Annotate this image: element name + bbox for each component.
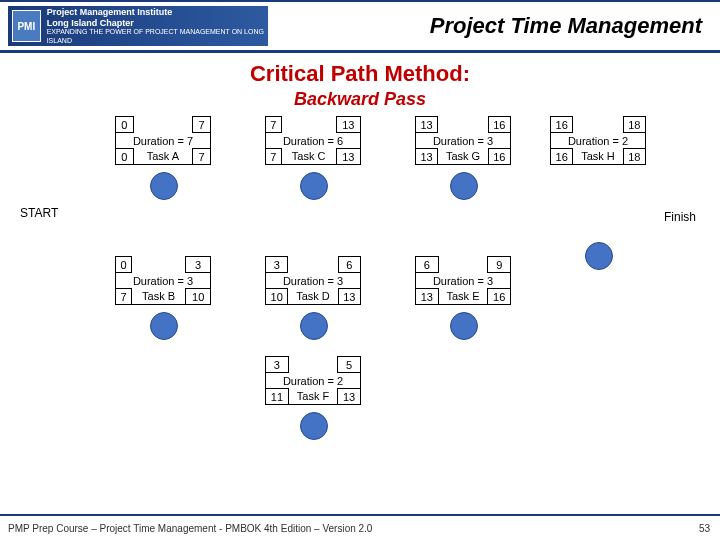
subtitle: Critical Path Method:: [0, 61, 720, 87]
task-b-dur: Duration = 3: [116, 273, 211, 289]
task-d-name: Task D: [288, 289, 338, 305]
task-b-es: 0: [116, 257, 132, 273]
node-dot-c: [300, 172, 328, 200]
task-c-ls: 7: [266, 149, 282, 165]
task-d-lf: 13: [338, 289, 360, 305]
task-a-es: 0: [116, 117, 134, 133]
node-dot-h: [585, 242, 613, 270]
task-c-dur: Duration = 6: [266, 133, 361, 149]
task-f-lf: 13: [338, 389, 361, 405]
network-diagram: START Finish 07 Duration = 7 0Task A7 71…: [10, 116, 710, 456]
page-number: 53: [699, 523, 710, 534]
task-b-ls: 7: [116, 289, 132, 305]
subtitle-2: Backward Pass: [0, 89, 720, 110]
task-g-ef: 16: [488, 117, 510, 133]
task-h-lf: 18: [623, 149, 645, 165]
task-e-dur: Duration = 3: [416, 273, 511, 289]
task-b-name: Task B: [131, 289, 185, 305]
task-d-dur: Duration = 3: [266, 273, 361, 289]
task-f-ef: 5: [338, 357, 361, 373]
start-label: START: [20, 206, 58, 220]
logo-text: Project Management Institute Long Island…: [47, 7, 264, 45]
footer-text: PMP Prep Course – Project Time Managemen…: [8, 523, 372, 534]
task-d: 36 Duration = 3 10Task D13: [265, 256, 361, 305]
task-g-name: Task G: [438, 149, 489, 165]
task-h: 1618 Duration = 2 16Task H18: [550, 116, 646, 165]
task-e: 69 Duration = 3 13Task E16: [415, 256, 511, 305]
header: PMI Project Management Institute Long Is…: [0, 0, 720, 53]
task-h-dur: Duration = 2: [551, 133, 646, 149]
task-f-es: 3: [266, 357, 289, 373]
task-c: 713 Duration = 6 7Task C13: [265, 116, 361, 165]
task-f-name: Task F: [288, 389, 337, 405]
task-h-name: Task H: [573, 149, 623, 165]
task-e-lf: 16: [488, 289, 511, 305]
task-e-ls: 13: [416, 289, 439, 305]
task-g-ls: 13: [416, 149, 438, 165]
task-d-ls: 10: [266, 289, 288, 305]
task-c-name: Task C: [281, 149, 336, 165]
task-g-lf: 16: [488, 149, 510, 165]
task-a-ef: 7: [193, 117, 211, 133]
task-g: 1316 Duration = 3 13Task G16: [415, 116, 511, 165]
logo-badge-icon: PMI: [12, 10, 41, 42]
task-c-ef: 13: [336, 117, 360, 133]
task-a-dur: Duration = 7: [116, 133, 211, 149]
logo-chapter: Long Island Chapter: [47, 18, 264, 29]
task-c-es: 7: [266, 117, 282, 133]
logo-tagline: EXPANDING THE POWER OF PROJECT MANAGEMEN…: [47, 28, 264, 45]
footer-divider: [0, 514, 720, 516]
task-f-dur: Duration = 2: [266, 373, 361, 389]
finish-label: Finish: [664, 210, 696, 224]
task-e-ef: 9: [488, 257, 511, 273]
task-e-name: Task E: [438, 289, 488, 305]
task-d-es: 3: [266, 257, 288, 273]
task-h-ef: 18: [623, 117, 645, 133]
task-b-ef: 3: [186, 257, 211, 273]
task-f: 35 Duration = 2 11Task F13: [265, 356, 361, 405]
task-d-ef: 6: [338, 257, 360, 273]
task-b-lf: 10: [186, 289, 211, 305]
task-a: 07 Duration = 7 0Task A7: [115, 116, 211, 165]
task-h-es: 16: [551, 117, 573, 133]
task-h-ls: 16: [551, 149, 573, 165]
node-dot-g: [450, 172, 478, 200]
page-title: Project Time Management: [268, 13, 712, 39]
task-a-name: Task A: [133, 149, 193, 165]
task-f-ls: 11: [266, 389, 289, 405]
task-a-lf: 7: [193, 149, 211, 165]
task-b: 03 Duration = 3 7Task B10: [115, 256, 211, 305]
node-dot-e: [450, 312, 478, 340]
task-e-es: 6: [416, 257, 439, 273]
node-dot-b: [150, 312, 178, 340]
task-a-ls: 0: [116, 149, 134, 165]
pmi-logo: PMI Project Management Institute Long Is…: [8, 6, 268, 46]
node-dot-d: [300, 312, 328, 340]
node-dot-a: [150, 172, 178, 200]
node-dot-f: [300, 412, 328, 440]
task-g-dur: Duration = 3: [416, 133, 511, 149]
task-c-lf: 13: [336, 149, 360, 165]
logo-org: Project Management Institute: [47, 7, 264, 18]
task-g-es: 13: [416, 117, 438, 133]
